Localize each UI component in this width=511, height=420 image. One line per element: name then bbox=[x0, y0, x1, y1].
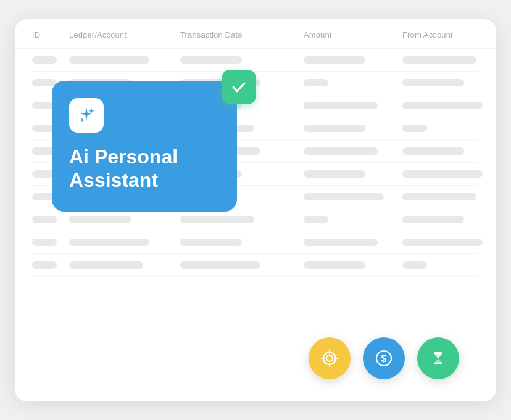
cell-from bbox=[402, 125, 427, 132]
cell-amount bbox=[304, 125, 365, 132]
cell-id bbox=[32, 239, 57, 246]
table-row bbox=[32, 231, 479, 254]
table-row bbox=[32, 49, 479, 72]
cell-amount bbox=[304, 170, 365, 178]
cell-from bbox=[402, 147, 464, 155]
svg-rect-8 bbox=[434, 352, 442, 354]
bottom-actions: $ bbox=[309, 337, 459, 379]
svg-text:$: $ bbox=[381, 353, 387, 364]
sparkles-icon bbox=[77, 105, 96, 125]
check-badge bbox=[222, 70, 256, 104]
cell-from bbox=[402, 102, 483, 109]
cell-date bbox=[180, 56, 242, 64]
cell-id bbox=[32, 79, 57, 86]
cell-date bbox=[180, 239, 242, 246]
col-ledger: Ledger/Account bbox=[69, 30, 180, 39]
main-card: ID Ledger/Account Transaction Date Amoun… bbox=[15, 19, 496, 401]
cell-amount bbox=[304, 56, 365, 64]
target-icon bbox=[320, 349, 339, 368]
table-header: ID Ledger/Account Transaction Date Amoun… bbox=[15, 19, 496, 49]
cell-from bbox=[402, 216, 464, 223]
col-from: From Account bbox=[402, 30, 496, 39]
cell-amount bbox=[304, 216, 328, 223]
cell-from bbox=[402, 261, 427, 269]
cell-ledger bbox=[69, 261, 143, 269]
cell-id bbox=[32, 216, 57, 223]
ai-assistant-card: Ai Personal Assistant bbox=[52, 81, 237, 212]
cell-amount bbox=[304, 79, 328, 86]
cell-amount bbox=[304, 193, 384, 200]
cell-from bbox=[402, 56, 476, 64]
ai-title: Ai Personal Assistant bbox=[69, 145, 220, 192]
hourglass-icon bbox=[429, 349, 447, 368]
cell-ledger bbox=[69, 56, 149, 64]
dollar-icon: $ bbox=[375, 349, 393, 368]
cell-id bbox=[32, 56, 57, 64]
cell-amount bbox=[304, 239, 378, 246]
col-amount: Amount bbox=[304, 30, 402, 39]
svg-rect-9 bbox=[434, 363, 442, 364]
hourglass-button[interactable] bbox=[417, 337, 459, 379]
cell-amount bbox=[304, 102, 378, 109]
cell-ledger bbox=[69, 216, 131, 223]
cell-ledger bbox=[69, 239, 149, 246]
table-row bbox=[32, 208, 479, 231]
col-date: Transaction Date bbox=[180, 30, 304, 39]
dollar-button[interactable]: $ bbox=[363, 337, 405, 379]
cell-date bbox=[180, 216, 254, 223]
cell-from bbox=[402, 79, 464, 86]
cell-amount bbox=[304, 261, 365, 269]
cell-from bbox=[402, 170, 483, 178]
table-row bbox=[32, 254, 479, 277]
cell-id bbox=[32, 261, 57, 269]
target-button[interactable] bbox=[309, 337, 351, 379]
cell-date bbox=[180, 261, 260, 269]
check-icon bbox=[230, 78, 247, 96]
ai-icon-box bbox=[69, 98, 104, 133]
col-id: ID bbox=[32, 30, 69, 39]
cell-from bbox=[402, 239, 483, 246]
svg-point-1 bbox=[326, 355, 333, 361]
cell-amount bbox=[304, 147, 378, 155]
cell-from bbox=[402, 193, 476, 200]
